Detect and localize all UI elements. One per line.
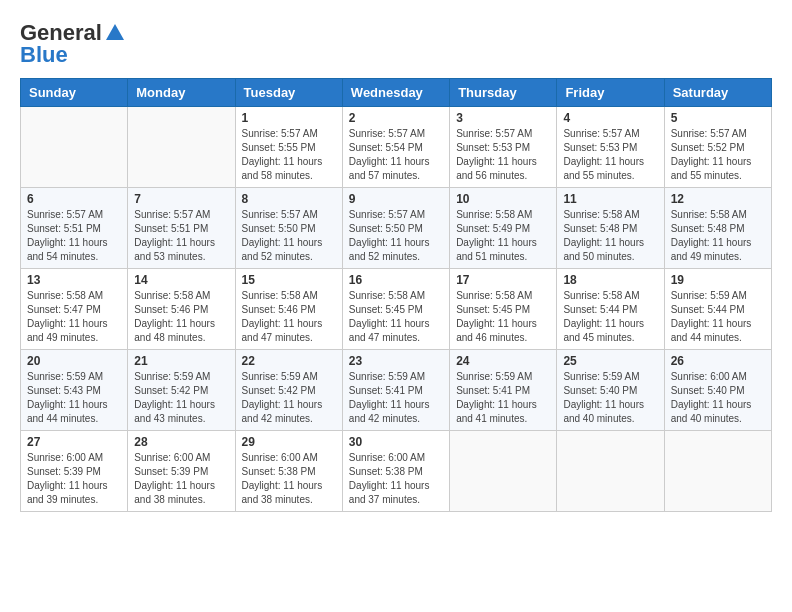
weekday-header-tuesday: Tuesday: [235, 79, 342, 107]
sunrise-text: Sunrise: 5:59 AM: [27, 370, 121, 384]
sunset-text: Sunset: 5:40 PM: [563, 384, 657, 398]
day-number: 30: [349, 435, 443, 449]
weekday-header-saturday: Saturday: [664, 79, 771, 107]
daylight-text: Daylight: 11 hours and 49 minutes.: [27, 317, 121, 345]
sunset-text: Sunset: 5:39 PM: [134, 465, 228, 479]
sunrise-text: Sunrise: 5:59 AM: [563, 370, 657, 384]
daylight-text: Daylight: 11 hours and 37 minutes.: [349, 479, 443, 507]
day-number: 13: [27, 273, 121, 287]
calendar-cell: 25 Sunrise: 5:59 AM Sunset: 5:40 PM Dayl…: [557, 350, 664, 431]
day-info: Sunrise: 5:58 AM Sunset: 5:47 PM Dayligh…: [27, 289, 121, 345]
weekday-header-monday: Monday: [128, 79, 235, 107]
calendar-cell: 12 Sunrise: 5:58 AM Sunset: 5:48 PM Dayl…: [664, 188, 771, 269]
calendar-cell: 15 Sunrise: 5:58 AM Sunset: 5:46 PM Dayl…: [235, 269, 342, 350]
sunset-text: Sunset: 5:55 PM: [242, 141, 336, 155]
daylight-text: Daylight: 11 hours and 44 minutes.: [671, 317, 765, 345]
sunset-text: Sunset: 5:39 PM: [27, 465, 121, 479]
calendar-cell: 17 Sunrise: 5:58 AM Sunset: 5:45 PM Dayl…: [450, 269, 557, 350]
weekday-header-friday: Friday: [557, 79, 664, 107]
day-info: Sunrise: 5:57 AM Sunset: 5:52 PM Dayligh…: [671, 127, 765, 183]
calendar-cell: 26 Sunrise: 6:00 AM Sunset: 5:40 PM Dayl…: [664, 350, 771, 431]
day-number: 28: [134, 435, 228, 449]
daylight-text: Daylight: 11 hours and 44 minutes.: [27, 398, 121, 426]
calendar-cell: [128, 107, 235, 188]
calendar-cell: 4 Sunrise: 5:57 AM Sunset: 5:53 PM Dayli…: [557, 107, 664, 188]
day-info: Sunrise: 5:58 AM Sunset: 5:48 PM Dayligh…: [563, 208, 657, 264]
day-number: 3: [456, 111, 550, 125]
calendar-cell: 28 Sunrise: 6:00 AM Sunset: 5:39 PM Dayl…: [128, 431, 235, 512]
sunrise-text: Sunrise: 6:00 AM: [27, 451, 121, 465]
sunset-text: Sunset: 5:42 PM: [134, 384, 228, 398]
daylight-text: Daylight: 11 hours and 51 minutes.: [456, 236, 550, 264]
day-info: Sunrise: 5:57 AM Sunset: 5:53 PM Dayligh…: [456, 127, 550, 183]
day-number: 16: [349, 273, 443, 287]
calendar-cell: 19 Sunrise: 5:59 AM Sunset: 5:44 PM Dayl…: [664, 269, 771, 350]
day-number: 2: [349, 111, 443, 125]
daylight-text: Daylight: 11 hours and 47 minutes.: [349, 317, 443, 345]
daylight-text: Daylight: 11 hours and 57 minutes.: [349, 155, 443, 183]
sunset-text: Sunset: 5:48 PM: [671, 222, 765, 236]
daylight-text: Daylight: 11 hours and 38 minutes.: [134, 479, 228, 507]
sunset-text: Sunset: 5:51 PM: [27, 222, 121, 236]
day-info: Sunrise: 5:59 AM Sunset: 5:42 PM Dayligh…: [134, 370, 228, 426]
day-number: 29: [242, 435, 336, 449]
day-info: Sunrise: 5:58 AM Sunset: 5:46 PM Dayligh…: [134, 289, 228, 345]
calendar-week-2: 6 Sunrise: 5:57 AM Sunset: 5:51 PM Dayli…: [21, 188, 772, 269]
calendar-cell: 8 Sunrise: 5:57 AM Sunset: 5:50 PM Dayli…: [235, 188, 342, 269]
day-number: 5: [671, 111, 765, 125]
calendar-cell: 5 Sunrise: 5:57 AM Sunset: 5:52 PM Dayli…: [664, 107, 771, 188]
calendar-cell: [450, 431, 557, 512]
daylight-text: Daylight: 11 hours and 49 minutes.: [671, 236, 765, 264]
sunset-text: Sunset: 5:44 PM: [563, 303, 657, 317]
sunset-text: Sunset: 5:46 PM: [242, 303, 336, 317]
sunset-text: Sunset: 5:38 PM: [349, 465, 443, 479]
day-number: 8: [242, 192, 336, 206]
sunrise-text: Sunrise: 5:58 AM: [27, 289, 121, 303]
day-number: 23: [349, 354, 443, 368]
day-number: 20: [27, 354, 121, 368]
day-number: 12: [671, 192, 765, 206]
weekday-header-row: SundayMondayTuesdayWednesdayThursdayFrid…: [21, 79, 772, 107]
sunset-text: Sunset: 5:48 PM: [563, 222, 657, 236]
calendar-cell: 27 Sunrise: 6:00 AM Sunset: 5:39 PM Dayl…: [21, 431, 128, 512]
daylight-text: Daylight: 11 hours and 40 minutes.: [563, 398, 657, 426]
calendar-week-3: 13 Sunrise: 5:58 AM Sunset: 5:47 PM Dayl…: [21, 269, 772, 350]
sunrise-text: Sunrise: 5:59 AM: [671, 289, 765, 303]
day-number: 27: [27, 435, 121, 449]
sunrise-text: Sunrise: 5:58 AM: [349, 289, 443, 303]
calendar-cell: 1 Sunrise: 5:57 AM Sunset: 5:55 PM Dayli…: [235, 107, 342, 188]
sunrise-text: Sunrise: 5:58 AM: [456, 289, 550, 303]
sunrise-text: Sunrise: 6:00 AM: [349, 451, 443, 465]
sunrise-text: Sunrise: 5:57 AM: [349, 208, 443, 222]
daylight-text: Daylight: 11 hours and 58 minutes.: [242, 155, 336, 183]
day-info: Sunrise: 5:57 AM Sunset: 5:51 PM Dayligh…: [134, 208, 228, 264]
sunset-text: Sunset: 5:53 PM: [456, 141, 550, 155]
daylight-text: Daylight: 11 hours and 47 minutes.: [242, 317, 336, 345]
calendar-cell: 29 Sunrise: 6:00 AM Sunset: 5:38 PM Dayl…: [235, 431, 342, 512]
weekday-header-sunday: Sunday: [21, 79, 128, 107]
sunrise-text: Sunrise: 5:58 AM: [563, 208, 657, 222]
day-number: 9: [349, 192, 443, 206]
svg-marker-0: [106, 24, 124, 40]
logo-blue-text: Blue: [20, 42, 68, 68]
day-number: 6: [27, 192, 121, 206]
calendar-cell: 10 Sunrise: 5:58 AM Sunset: 5:49 PM Dayl…: [450, 188, 557, 269]
sunrise-text: Sunrise: 5:58 AM: [671, 208, 765, 222]
sunset-text: Sunset: 5:51 PM: [134, 222, 228, 236]
sunrise-text: Sunrise: 5:58 AM: [563, 289, 657, 303]
sunrise-text: Sunrise: 5:59 AM: [242, 370, 336, 384]
daylight-text: Daylight: 11 hours and 45 minutes.: [563, 317, 657, 345]
sunset-text: Sunset: 5:40 PM: [671, 384, 765, 398]
header: General Blue: [20, 20, 772, 68]
daylight-text: Daylight: 11 hours and 53 minutes.: [134, 236, 228, 264]
calendar-week-4: 20 Sunrise: 5:59 AM Sunset: 5:43 PM Dayl…: [21, 350, 772, 431]
sunrise-text: Sunrise: 6:00 AM: [134, 451, 228, 465]
calendar-table: SundayMondayTuesdayWednesdayThursdayFrid…: [20, 78, 772, 512]
calendar-cell: 23 Sunrise: 5:59 AM Sunset: 5:41 PM Dayl…: [342, 350, 449, 431]
day-number: 24: [456, 354, 550, 368]
daylight-text: Daylight: 11 hours and 55 minutes.: [563, 155, 657, 183]
sunset-text: Sunset: 5:45 PM: [349, 303, 443, 317]
calendar-week-1: 1 Sunrise: 5:57 AM Sunset: 5:55 PM Dayli…: [21, 107, 772, 188]
day-info: Sunrise: 5:57 AM Sunset: 5:55 PM Dayligh…: [242, 127, 336, 183]
sunset-text: Sunset: 5:41 PM: [456, 384, 550, 398]
